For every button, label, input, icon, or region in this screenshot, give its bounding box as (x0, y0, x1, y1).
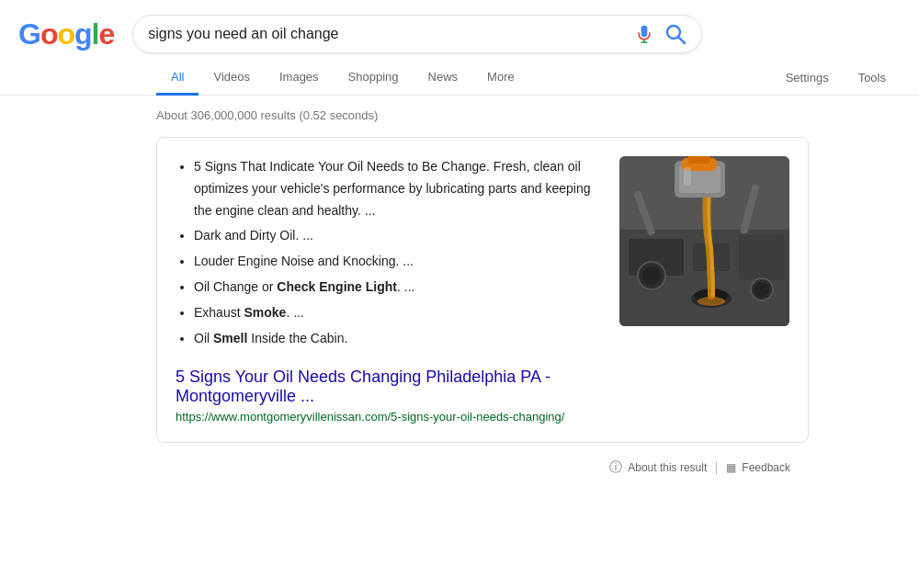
result-card: 5 Signs That Indicate Your Oil Needs to … (156, 137, 809, 443)
help-icon: ⓘ (609, 459, 622, 476)
tools-link[interactable]: Tools (844, 62, 901, 94)
results-area: About 306,000,000 results (0.52 seconds)… (0, 96, 827, 483)
tab-all[interactable]: All (156, 61, 199, 96)
search-bar[interactable] (132, 15, 702, 53)
google-logo[interactable]: Google (18, 17, 114, 51)
footer-bar: ⓘ About this result ▦ Feedback (156, 452, 809, 483)
oil-change-image-svg (619, 156, 789, 326)
feedback-icon: ▦ (726, 461, 736, 474)
svg-rect-6 (739, 234, 785, 280)
search-input[interactable] (148, 26, 626, 42)
svg-rect-13 (684, 167, 691, 186)
tab-more[interactable]: More (472, 61, 529, 96)
result-url: https://www.montgomeryvillenissan.com/5-… (176, 410, 601, 424)
results-count: About 306,000,000 results (0.52 seconds) (156, 108, 809, 122)
logo-link[interactable]: Google (18, 17, 114, 51)
svg-point-20 (698, 297, 725, 306)
list-item: 5 Signs That Indicate Your Oil Needs to … (194, 156, 601, 221)
svg-point-19 (754, 282, 769, 297)
feedback-link[interactable]: Feedback (742, 461, 790, 474)
result-image (619, 156, 789, 326)
tab-images[interactable]: Images (265, 61, 334, 96)
svg-rect-12 (688, 156, 710, 164)
settings-link[interactable]: Settings (771, 62, 844, 94)
tab-news[interactable]: News (414, 61, 473, 96)
tab-shopping[interactable]: Shopping (334, 61, 414, 96)
result-list: 5 Signs That Indicate Your Oil Needs to … (176, 156, 601, 349)
search-icons (635, 23, 686, 45)
logo-letter-o1: o (40, 17, 58, 51)
list-item: Oil Smell Inside the Cabin. (194, 328, 601, 350)
logo-letter-g2: g (74, 17, 92, 51)
svg-line-1 (679, 38, 686, 44)
footer-divider (716, 461, 717, 474)
nav-tabs: All Videos Images Shopping News More Set… (0, 53, 919, 96)
about-result-link[interactable]: About this result (628, 461, 707, 474)
list-item: Exhaust Smoke. ... (194, 302, 601, 324)
svg-point-17 (642, 266, 661, 285)
tab-videos[interactable]: Videos (199, 61, 265, 96)
microphone-icon[interactable] (635, 25, 653, 43)
list-item: Dark and Dirty Oil. ... (194, 225, 601, 247)
list-item: Oil Change or Check Engine Light. ... (194, 277, 601, 299)
header: Google (0, 0, 919, 53)
logo-letter-e: e (98, 17, 114, 51)
logo-letter-o2: o (57, 17, 74, 51)
result-title-link[interactable]: 5 Signs Your Oil Needs Changing Philadel… (176, 368, 601, 406)
search-icon[interactable] (664, 23, 686, 45)
result-content: 5 Signs That Indicate Your Oil Needs to … (176, 156, 601, 424)
logo-letter-g: G (18, 17, 40, 51)
list-item: Louder Engine Noise and Knocking. ... (194, 251, 601, 273)
